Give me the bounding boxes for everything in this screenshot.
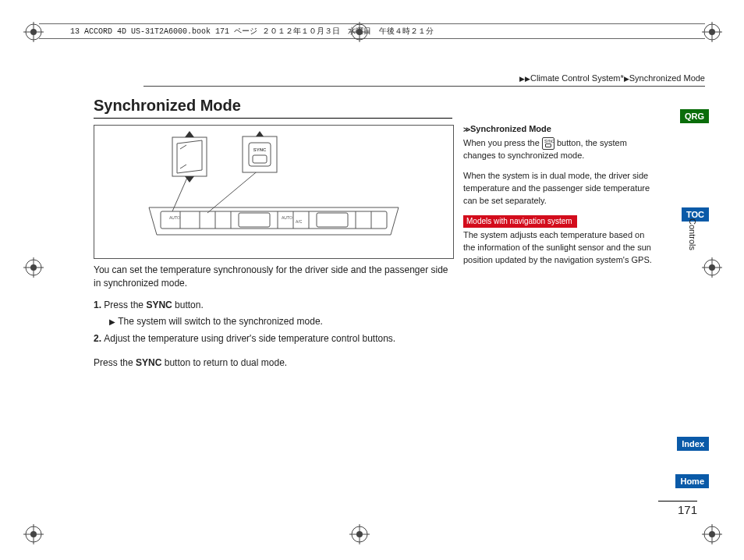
climate-control-diagram: AUTO AUTO A/C SYNC (94, 125, 454, 259)
svg-rect-20 (243, 136, 277, 172)
svg-point-36 (30, 531, 37, 537)
svg-line-19 (207, 169, 260, 213)
sidebar: ≫Synchronized Mode When you press the bu… (463, 123, 658, 275)
sidebar-p1: When you press the button, the system ch… (463, 137, 658, 162)
svg-marker-21 (256, 131, 264, 136)
registration-mark-icon (23, 257, 44, 278)
page-title: Synchronized Mode (94, 97, 452, 119)
svg-rect-0 (161, 211, 387, 229)
breadcrumb-seg2: Synchronized Mode (629, 73, 705, 83)
breadcrumb: ▶▶Climate Control System*▶Synchronized M… (143, 72, 705, 87)
section-tab-controls[interactable]: Controls (688, 218, 697, 250)
triangle-icon: ▶ (109, 317, 115, 326)
sidebar-p3: The system adjusts each temperature base… (463, 229, 658, 267)
registration-mark-icon (23, 22, 44, 42)
page-number: 171 (658, 501, 697, 516)
sidebar-heading: ≫Synchronized Mode (463, 123, 658, 136)
svg-marker-17 (185, 131, 194, 137)
svg-rect-5 (239, 213, 270, 227)
sync-button-icon (542, 137, 554, 150)
step-1-sub: ▶ The system will switch to the synchron… (94, 315, 452, 328)
qrg-button[interactable]: QRG (680, 109, 709, 123)
svg-text:AUTO: AUTO (169, 215, 180, 220)
svg-point-56 (356, 531, 363, 537)
sidebar-p2: When the system is in dual mode, the dri… (463, 170, 658, 207)
home-button[interactable]: Home (675, 474, 709, 488)
step-1: 1. Press the SYNC button. (94, 299, 452, 312)
svg-point-48 (709, 264, 715, 271)
registration-mark-icon (702, 22, 722, 42)
triangle-icon: ▶▶ (519, 75, 530, 83)
registration-mark-icon (349, 22, 370, 42)
print-header: 13 ACCORD 4D US-31T2A6000.book 171 ページ ２… (39, 23, 705, 39)
chevron-icon: ≫ (463, 126, 470, 133)
body-text: You can set the temperature synchronousl… (94, 264, 452, 377)
outro-paragraph: Press the SYNC button to return to dual … (94, 356, 452, 370)
index-button[interactable]: Index (677, 437, 709, 451)
registration-mark-icon (349, 524, 370, 544)
svg-point-32 (709, 29, 715, 35)
svg-text:AUTO: AUTO (282, 215, 292, 220)
registration-mark-icon (23, 524, 44, 544)
registration-mark-icon (702, 524, 722, 544)
svg-text:SYNC: SYNC (253, 147, 267, 152)
svg-point-40 (709, 531, 715, 537)
triangle-icon: ▶ (624, 75, 629, 83)
nav-system-badge: Models with navigation system (463, 215, 577, 229)
step-2: 2. Adjust the temperature using driver's… (94, 332, 452, 346)
svg-point-28 (30, 29, 37, 35)
svg-rect-9 (317, 213, 348, 227)
breadcrumb-seg1: Climate Control System* (530, 73, 624, 83)
svg-point-52 (356, 29, 363, 35)
svg-text:A/C: A/C (296, 219, 303, 224)
intro-paragraph: You can set the temperature synchronousl… (94, 264, 452, 291)
svg-point-44 (30, 264, 37, 271)
registration-mark-icon (702, 257, 722, 278)
